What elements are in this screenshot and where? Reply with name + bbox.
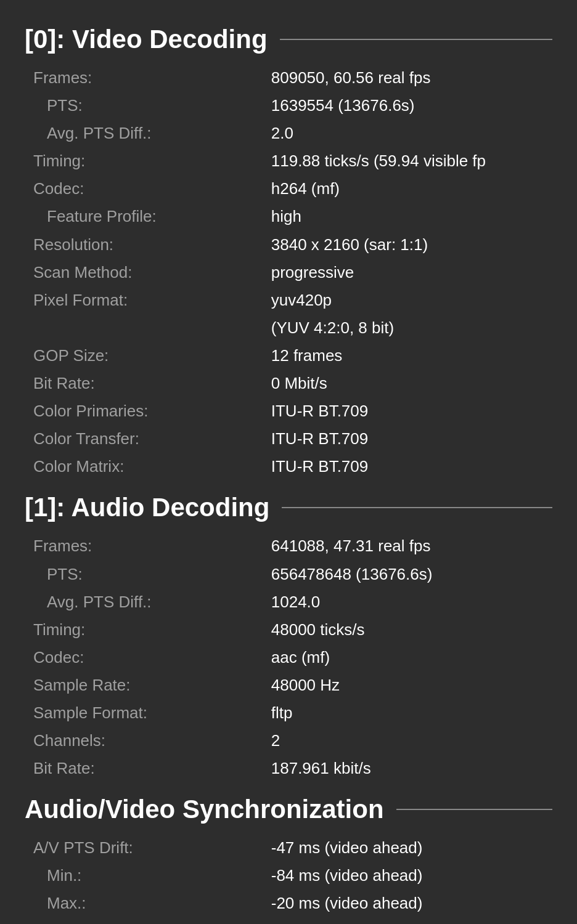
row-label: A/V PTS Drift: <box>25 834 268 862</box>
table-row: Frames:641088, 47.31 real fps <box>25 532 552 560</box>
table-row: (YUV 4:2:0, 8 bit) <box>25 314 552 342</box>
row-value: fltp <box>268 699 552 727</box>
row-value: h264 (mf) <box>268 175 552 203</box>
sync-section: Audio/Video Synchronization A/V PTS Drif… <box>25 795 552 917</box>
video-section-title: [0]: Video Decoding <box>25 25 268 54</box>
row-value: -20 ms (video ahead) <box>268 890 552 917</box>
row-value: 187.961 kbit/s <box>268 755 552 782</box>
video-section-header: [0]: Video Decoding <box>25 25 552 54</box>
row-label: Codec: <box>25 175 268 203</box>
row-label: Sample Format: <box>25 699 268 727</box>
row-label: Timing: <box>25 616 268 644</box>
row-value: 12 frames <box>268 342 552 370</box>
table-row: Min.:-84 ms (video ahead) <box>25 862 552 890</box>
row-label: Timing: <box>25 147 268 175</box>
row-value: ITU-R BT.709 <box>268 397 552 425</box>
row-value: 48000 ticks/s <box>268 616 552 644</box>
table-row: Codec:h264 (mf) <box>25 175 552 203</box>
row-label <box>25 314 268 342</box>
audio-section: [1]: Audio Decoding Frames:641088, 47.31… <box>25 493 552 782</box>
row-label: Min.: <box>25 862 268 890</box>
sync-section-header: Audio/Video Synchronization <box>25 795 552 824</box>
row-label: Max.: <box>25 890 268 917</box>
row-label: Bit Rate: <box>25 370 268 397</box>
row-value: 119.88 ticks/s (59.94 visible fp <box>268 147 552 175</box>
table-row: PTS:1639554 (13676.6s) <box>25 92 552 120</box>
video-section: [0]: Video Decoding Frames:809050, 60.56… <box>25 25 552 480</box>
row-label: GOP Size: <box>25 342 268 370</box>
table-row: A/V PTS Drift:-47 ms (video ahead) <box>25 834 552 862</box>
row-value: ITU-R BT.709 <box>268 425 552 453</box>
row-label: Color Primaries: <box>25 397 268 425</box>
row-label: Avg. PTS Diff.: <box>25 588 268 616</box>
row-value: 2 <box>268 727 552 755</box>
row-label: Avg. PTS Diff.: <box>25 120 268 147</box>
table-row: Color Primaries:ITU-R BT.709 <box>25 397 552 425</box>
row-label: Scan Method: <box>25 259 268 286</box>
row-value: 809050, 60.56 real fps <box>268 64 552 92</box>
row-label: PTS: <box>25 92 268 120</box>
table-row: Feature Profile:high <box>25 203 552 230</box>
row-label: Feature Profile: <box>25 203 268 230</box>
row-label: Resolution: <box>25 231 268 259</box>
row-value: 656478648 (13676.6s) <box>268 561 552 588</box>
row-value: 0 Mbit/s <box>268 370 552 397</box>
row-label: Frames: <box>25 532 268 560</box>
row-label: Bit Rate: <box>25 755 268 782</box>
row-label: Pixel Format: <box>25 286 268 314</box>
table-row: PTS:656478648 (13676.6s) <box>25 561 552 588</box>
table-row: Timing:48000 ticks/s <box>25 616 552 644</box>
table-row: Max.:-20 ms (video ahead) <box>25 890 552 917</box>
row-value: (YUV 4:2:0, 8 bit) <box>268 314 552 342</box>
row-value: ITU-R BT.709 <box>268 453 552 480</box>
table-row: Avg. PTS Diff.:1024.0 <box>25 588 552 616</box>
video-info-table: Frames:809050, 60.56 real fpsPTS:1639554… <box>25 64 552 480</box>
audio-section-header: [1]: Audio Decoding <box>25 493 552 522</box>
row-label: Codec: <box>25 644 268 671</box>
row-value: aac (mf) <box>268 644 552 671</box>
row-label: Sample Rate: <box>25 671 268 699</box>
audio-section-line <box>282 507 552 508</box>
table-row: Bit Rate:187.961 kbit/s <box>25 755 552 782</box>
row-value: 3840 x 2160 (sar: 1:1) <box>268 231 552 259</box>
row-value: yuv420p <box>268 286 552 314</box>
table-row: Scan Method:progressive <box>25 259 552 286</box>
row-value: 2.0 <box>268 120 552 147</box>
table-row: Bit Rate:0 Mbit/s <box>25 370 552 397</box>
table-row: Avg. PTS Diff.:2.0 <box>25 120 552 147</box>
row-value: 48000 Hz <box>268 671 552 699</box>
row-label: Color Matrix: <box>25 453 268 480</box>
video-section-line <box>280 39 552 40</box>
table-row: Codec:aac (mf) <box>25 644 552 671</box>
row-label: PTS: <box>25 561 268 588</box>
table-row: Sample Format:fltp <box>25 699 552 727</box>
table-row: Resolution:3840 x 2160 (sar: 1:1) <box>25 231 552 259</box>
table-row: Frames:809050, 60.56 real fps <box>25 64 552 92</box>
table-row: Color Transfer:ITU-R BT.709 <box>25 425 552 453</box>
row-value: -47 ms (video ahead) <box>268 834 552 862</box>
table-row: Pixel Format:yuv420p <box>25 286 552 314</box>
row-label: Frames: <box>25 64 268 92</box>
table-row: GOP Size:12 frames <box>25 342 552 370</box>
table-row: Channels:2 <box>25 727 552 755</box>
audio-info-table: Frames:641088, 47.31 real fpsPTS:6564786… <box>25 532 552 782</box>
row-label: Channels: <box>25 727 268 755</box>
row-value: 641088, 47.31 real fps <box>268 532 552 560</box>
row-value: high <box>268 203 552 230</box>
table-row: Color Matrix:ITU-R BT.709 <box>25 453 552 480</box>
row-label: Color Transfer: <box>25 425 268 453</box>
table-row: Timing:119.88 ticks/s (59.94 visible fp <box>25 147 552 175</box>
row-value: progressive <box>268 259 552 286</box>
audio-section-title: [1]: Audio Decoding <box>25 493 269 522</box>
sync-section-line <box>396 809 552 810</box>
sync-info-table: A/V PTS Drift:-47 ms (video ahead)Min.:-… <box>25 834 552 917</box>
row-value: 1024.0 <box>268 588 552 616</box>
row-value: -84 ms (video ahead) <box>268 862 552 890</box>
table-row: Sample Rate:48000 Hz <box>25 671 552 699</box>
row-value: 1639554 (13676.6s) <box>268 92 552 120</box>
sync-section-title: Audio/Video Synchronization <box>25 795 384 824</box>
